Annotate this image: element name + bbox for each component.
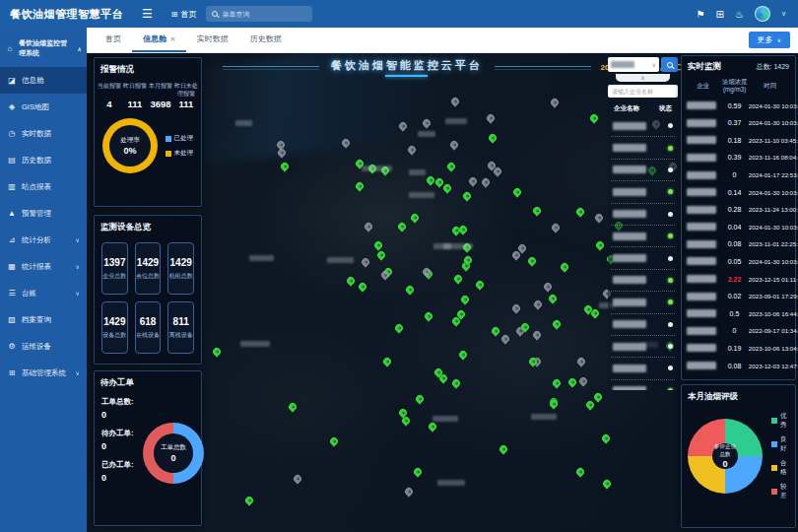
map-marker[interactable] xyxy=(532,206,543,217)
avatar[interactable] xyxy=(755,6,770,22)
map-marker[interactable] xyxy=(243,495,254,505)
enterprise-row[interactable] xyxy=(611,247,675,269)
hamburger-icon[interactable]: ☰ xyxy=(142,7,153,21)
realtime-row[interactable]: 0.52023-10-06 16:44:00 xyxy=(682,304,795,322)
tab-信息舱[interactable]: 信息舱× xyxy=(132,28,186,52)
map-marker[interactable] xyxy=(490,325,500,336)
map-marker[interactable] xyxy=(450,96,461,106)
map-marker[interactable] xyxy=(424,311,434,322)
map-marker[interactable] xyxy=(415,393,426,404)
sidebar-item-GIS地图[interactable]: ◈GIS地图 xyxy=(0,94,87,120)
map-marker[interactable] xyxy=(542,282,553,293)
sidebar-item-档案查询[interactable]: ▧档案查询 xyxy=(0,306,87,333)
map-marker[interactable] xyxy=(459,295,470,305)
legend-item-良好[interactable]: 良好 xyxy=(771,435,790,453)
map-marker[interactable] xyxy=(293,474,303,485)
realtime-row[interactable]: 0.142024-01-30 10:03:00 xyxy=(682,183,795,201)
map-marker[interactable] xyxy=(445,162,456,172)
map-marker[interactable] xyxy=(559,261,569,272)
map-marker[interactable] xyxy=(592,392,603,403)
map-marker[interactable] xyxy=(566,377,577,388)
realtime-row[interactable]: 0.082023-12-03 12:47:00 xyxy=(682,357,795,374)
tab-首页[interactable]: 首页 xyxy=(95,28,132,52)
map-marker[interactable] xyxy=(468,175,479,186)
sidebar-item-统计报表[interactable]: ▦统计报表∨ xyxy=(0,253,87,280)
map-marker[interactable] xyxy=(532,330,543,341)
map-marker[interactable] xyxy=(412,467,423,478)
map-marker[interactable] xyxy=(550,98,561,108)
map-marker[interactable] xyxy=(450,378,461,389)
map-marker[interactable] xyxy=(486,112,497,123)
sidebar-item-运维设备[interactable]: ⚙运维设备 xyxy=(0,333,87,360)
legend-item-已处理[interactable]: 已处理 xyxy=(166,134,194,143)
map-marker[interactable] xyxy=(361,257,371,268)
map-marker[interactable] xyxy=(594,239,605,250)
enterprise-row[interactable] xyxy=(611,181,675,203)
map-marker[interactable] xyxy=(585,400,596,411)
map-marker[interactable] xyxy=(461,191,472,202)
enterprise-row[interactable] xyxy=(611,336,675,358)
realtime-row[interactable]: 0.192023-10-06 13:04:00 xyxy=(682,340,795,358)
map-marker[interactable] xyxy=(600,433,611,444)
map-marker[interactable] xyxy=(404,284,415,295)
rating-donut[interactable]: 参评企业总数 0 xyxy=(688,419,763,494)
device-stat-机组总数[interactable]: 1429机组总数 xyxy=(167,242,194,295)
badge-icon[interactable]: ⚑ xyxy=(697,9,705,20)
map-marker[interactable] xyxy=(474,280,485,291)
map-marker[interactable] xyxy=(533,299,544,309)
realtime-row[interactable]: 0.372024-01-30 10:03:20 xyxy=(682,114,795,132)
map-marker[interactable] xyxy=(363,222,373,233)
map-marker[interactable] xyxy=(357,281,367,292)
realtime-row[interactable]: 0.592024-01-30 10:03:20 xyxy=(682,97,795,114)
sidebar-item-信息舱[interactable]: ◪信息舱 xyxy=(0,67,87,94)
map-marker[interactable] xyxy=(602,478,613,489)
chevron-down-icon[interactable]: ∨ xyxy=(781,10,786,18)
sidebar-item-历史数据[interactable]: ▤历史数据 xyxy=(0,147,87,173)
enterprise-row[interactable] xyxy=(611,137,675,159)
enterprise-search-button[interactable] xyxy=(661,57,678,72)
enterprise-row[interactable] xyxy=(611,160,675,181)
device-stat-企业总数[interactable]: 1397企业总数 xyxy=(101,242,128,295)
map-marker[interactable] xyxy=(211,346,222,357)
map-marker[interactable] xyxy=(452,274,463,285)
map-marker[interactable] xyxy=(549,399,560,410)
realtime-row[interactable]: 0.282023-11-24 13:00:00 xyxy=(682,201,795,219)
enterprise-row[interactable] xyxy=(611,115,675,137)
map-marker[interactable] xyxy=(394,322,405,333)
device-stat-点位总数[interactable]: 1429点位总数 xyxy=(135,242,162,295)
enterprise-row[interactable] xyxy=(611,204,675,226)
more-button[interactable]: 更多 ∨ xyxy=(749,32,790,48)
map-marker[interactable] xyxy=(500,333,511,344)
map-marker[interactable] xyxy=(397,121,408,132)
realtime-row[interactable]: 0.052024-01-30 10:03:00 xyxy=(682,253,795,271)
device-stat-离线设备[interactable]: 811离线设备 xyxy=(167,301,194,354)
map-marker[interactable] xyxy=(354,180,365,191)
map-marker[interactable] xyxy=(481,177,492,188)
map-marker[interactable] xyxy=(578,376,589,387)
legend-item-优秀[interactable]: 优秀 xyxy=(771,412,790,430)
map-marker[interactable] xyxy=(575,356,586,366)
map-marker[interactable] xyxy=(340,137,351,148)
map-marker[interactable] xyxy=(381,357,392,367)
legend-item-合格[interactable]: 合格 xyxy=(771,459,790,477)
map-marker[interactable] xyxy=(510,302,521,313)
map-marker[interactable] xyxy=(487,133,498,144)
map-marker[interactable] xyxy=(458,350,469,361)
device-stat-在线设备[interactable]: 618在线设备 xyxy=(135,301,162,354)
realtime-row[interactable]: 0.392023-11-16 08:04:00 xyxy=(682,149,795,166)
enterprise-row[interactable] xyxy=(611,226,675,247)
map-marker[interactable] xyxy=(328,436,339,447)
map-marker[interactable] xyxy=(287,402,298,413)
realtime-row[interactable]: 0.042024-01-30 10:03:00 xyxy=(682,219,795,236)
realtime-row[interactable]: 0.022023-09-01 17:29:00 xyxy=(682,288,795,305)
tab-历史数据[interactable]: 历史数据 xyxy=(239,28,293,52)
sidebar-item-站点报表[interactable]: ▥站点报表 xyxy=(0,173,87,200)
home-tab-chip[interactable]: ⊞ 首页 xyxy=(171,9,197,20)
map-marker[interactable] xyxy=(275,140,286,151)
close-icon[interactable]: × xyxy=(170,34,175,43)
enterprise-row[interactable] xyxy=(611,380,675,390)
map-marker[interactable] xyxy=(279,161,290,171)
map-marker[interactable] xyxy=(403,486,414,497)
workorder-donut[interactable]: 工单总数 0 xyxy=(143,423,204,484)
map-marker[interactable] xyxy=(550,223,561,233)
